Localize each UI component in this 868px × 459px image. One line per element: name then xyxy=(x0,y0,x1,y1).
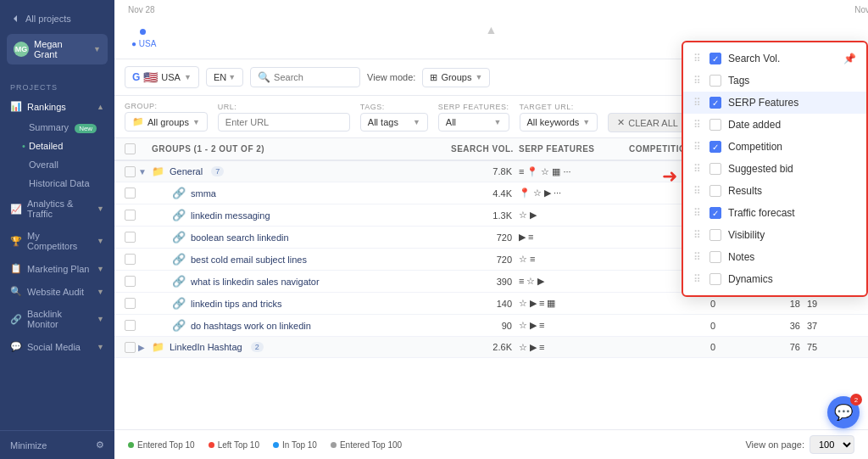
chevron-down-icon: ▼ xyxy=(413,118,420,126)
col-checkbox-tags[interactable] xyxy=(709,75,721,87)
target-select[interactable]: All keywords ▼ xyxy=(520,113,598,132)
page-size-select[interactable]: 10 25 50 100 xyxy=(810,435,854,454)
group-select[interactable]: 📁 All groups ▼ xyxy=(125,112,208,132)
col-checkbox-date-added[interactable] xyxy=(709,119,721,131)
col-item-traffic-forecast[interactable]: ⠿ ✓ Traffic forecast xyxy=(683,202,866,224)
row-checkbox[interactable] xyxy=(125,210,136,221)
serp-list-icon: ≡ xyxy=(539,342,544,353)
row-checkbox[interactable] xyxy=(125,320,136,331)
user-selector[interactable]: MG Megan Grant ▼ xyxy=(7,34,108,64)
col-checkbox-traffic-forecast[interactable]: ✓ xyxy=(709,207,721,219)
search-input[interactable] xyxy=(274,72,353,82)
drag-handle-icon: ⠿ xyxy=(693,185,701,197)
settings-icon[interactable]: ⚙ xyxy=(96,439,104,451)
keyword-cell: 🔗 linkedin tips and tricks xyxy=(152,297,451,310)
search-vol-cell: 140 xyxy=(451,299,519,309)
clear-all-button[interactable]: ✕ CLEAR ALL xyxy=(608,113,687,132)
col-checkbox-search-vol[interactable]: ✓ xyxy=(709,53,721,64)
col-item-suggested-bid[interactable]: ⠿ Suggested bid xyxy=(683,158,866,180)
chart-collapse-button[interactable]: ▲ xyxy=(486,23,498,36)
col-label: Tags xyxy=(728,75,749,87)
sidebar-item-audit[interactable]: 🔍 Website Audit ▼ xyxy=(0,280,114,303)
backlink-icon: 🔗 xyxy=(10,314,22,325)
col-checkbox-dynamics[interactable] xyxy=(709,273,721,285)
sidebar-item-rankings[interactable]: 📊 Rankings ▲ xyxy=(0,95,114,118)
serp-star-icon: ☆ xyxy=(541,166,549,177)
sidebar-item-label: Analytics & Traffic xyxy=(27,199,92,219)
col-item-dynamics[interactable]: ⠿ Dynamics xyxy=(683,268,866,290)
col-checkbox-results[interactable] xyxy=(709,185,721,197)
groups-icon: ⊞ xyxy=(430,72,437,83)
col-checkbox-visibility[interactable] xyxy=(709,229,721,241)
row-checkbox-cell xyxy=(125,320,152,331)
sidebar-item-detailed[interactable]: Detailed xyxy=(19,137,114,155)
row-checkbox[interactable] xyxy=(125,342,136,353)
sidebar-item-label: Social Media xyxy=(27,342,81,352)
language-selector[interactable]: EN ▼ xyxy=(206,68,243,87)
sidebar-item-analytics[interactable]: 📈 Analytics & Traffic ▼ xyxy=(0,193,114,225)
keyword-cell: 🔗 what is linkedin sales navigator xyxy=(152,275,451,288)
row-checkbox[interactable] xyxy=(125,298,136,309)
bottom-bar: Entered Top 10 Left Top 10 In Top 10 Ent… xyxy=(114,429,868,459)
row-checkbox[interactable] xyxy=(125,232,136,243)
table-row: 🔗 do hashtags work on linkedin 90 ☆ ▶ ≡ … xyxy=(114,315,868,337)
sidebar-item-summary[interactable]: Summary New xyxy=(19,118,114,137)
col-item-results[interactable]: ⠿ Results xyxy=(683,180,866,202)
url-input[interactable] xyxy=(218,113,350,132)
all-projects-link[interactable]: All projects xyxy=(7,8,108,29)
legend-label: Entered Top 100 xyxy=(340,440,402,450)
col-item-visibility[interactable]: ⠿ Visibility xyxy=(683,224,866,246)
sidebar-item-competitors[interactable]: 🏆 My Competitors ▼ xyxy=(0,225,114,257)
col-checkbox-suggested-bid[interactable] xyxy=(709,163,721,175)
serp-select[interactable]: All ▼ xyxy=(438,113,509,132)
col-item-search-vol[interactable]: ⠿ ✓ Search Vol. 📌 xyxy=(683,48,866,70)
col-item-tags[interactable]: ⠿ Tags xyxy=(683,70,866,92)
keyword-text: do hashtags work on linkedin xyxy=(191,321,311,331)
col-item-date-added[interactable]: ⠿ Date added xyxy=(683,114,866,136)
serp-star-icon: ☆ xyxy=(533,188,542,199)
chat-bubble[interactable]: 💬 2 xyxy=(827,396,860,428)
tags-select[interactable]: All tags ▼ xyxy=(360,113,428,132)
row-checkbox[interactable] xyxy=(125,254,136,265)
legend-left-top10: Left Top 10 xyxy=(209,440,259,450)
select-all-header[interactable] xyxy=(125,143,152,154)
col-label: SERP Features xyxy=(728,97,798,109)
flag-icon: 🇺🇸 xyxy=(143,70,158,84)
col-item-competition[interactable]: ⠿ ✓ Competition xyxy=(683,136,866,158)
row-checkbox[interactable] xyxy=(125,188,136,199)
serp-features-cell: ☆ ▶ ≡ xyxy=(519,320,629,331)
minimize-button[interactable]: Minimize ⚙ xyxy=(0,430,114,459)
serp-star-icon: ☆ xyxy=(519,320,527,331)
col-checkbox-serp-features[interactable]: ✓ xyxy=(709,97,721,109)
serp-list-icon: ≡ xyxy=(530,254,535,265)
expand-button[interactable]: ▼ xyxy=(138,167,147,176)
sidebar-item-overall[interactable]: Overall xyxy=(19,155,114,174)
row-checkbox[interactable] xyxy=(125,276,136,287)
url-filter-label: URL: xyxy=(218,103,350,111)
social-icon: 💬 xyxy=(10,341,22,352)
traffic-cell: 76 xyxy=(722,342,807,352)
search-box[interactable]: 🔍 xyxy=(250,67,360,87)
minimize-label: Minimize xyxy=(10,440,47,451)
sidebar-item-backlink[interactable]: 🔗 Backlink Monitor ▼ xyxy=(0,303,114,335)
view-mode-selector[interactable]: ⊞ Groups ▼ xyxy=(422,68,490,87)
sidebar-item-marketing[interactable]: 📋 Marketing Plan ▼ xyxy=(0,257,114,280)
serp-features-cell: ≡ ☆ ▶ xyxy=(519,276,629,287)
link-icon: 🔗 xyxy=(172,231,186,243)
col-item-notes[interactable]: ⠿ Notes xyxy=(683,246,866,268)
sidebar-item-social[interactable]: 💬 Social Media ▼ xyxy=(0,335,114,358)
chart-icon: 📊 xyxy=(10,101,22,112)
col-item-serp-features[interactable]: ⠿ ✓ SERP Features xyxy=(683,92,866,114)
select-all-checkbox[interactable] xyxy=(125,143,136,154)
col-label: Notes xyxy=(728,251,754,263)
search-vol-cell: 4.4K xyxy=(451,188,519,199)
country-selector[interactable]: G 🇺🇸 USA ▼ xyxy=(125,66,199,88)
country-label: USA xyxy=(161,72,181,82)
search-vol-header[interactable]: SEARCH VOL. xyxy=(451,144,519,154)
col-checkbox-notes[interactable] xyxy=(709,251,721,263)
expand-button[interactable]: ▶ xyxy=(138,343,145,352)
col-checkbox-competition[interactable]: ✓ xyxy=(709,141,721,153)
row-checkbox[interactable] xyxy=(125,166,136,177)
link-icon: 🔗 xyxy=(172,275,186,288)
sidebar-item-historical[interactable]: Historical Data xyxy=(19,174,114,193)
